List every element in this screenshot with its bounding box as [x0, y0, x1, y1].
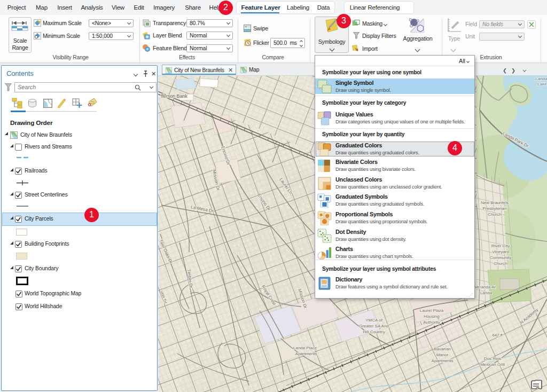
svg-text:New Braunfels: New Braunfels [481, 200, 509, 205]
svg-text:Dos Rios: Dos Rios [484, 356, 501, 361]
svg-text:Apartments: Apartments [432, 358, 454, 363]
svg-text:Laurel Plaza: Laurel Plaza [420, 308, 444, 313]
svg-text:River City: River City [491, 244, 510, 248]
svg-text:Authority: Authority [423, 320, 440, 325]
svg-text:YMCA of: YMCA of [365, 318, 382, 323]
svg-text:Community: Community [490, 255, 511, 260]
svg-text:642 ft: 642 ft [492, 333, 503, 338]
svg-text:fferson Bank: fferson Bank [161, 93, 187, 99]
svg-text:Church: Church [488, 212, 502, 217]
svg-text:Presbyterian: Presbyterian [483, 206, 507, 211]
svg-text:Apartments: Apartments [295, 351, 317, 356]
svg-text:Veranda At: Veranda At [474, 285, 496, 289]
svg-text:Landa: Landa [480, 291, 493, 295]
svg-text:Manor: Manor [436, 352, 449, 357]
svg-text:Landa: Landa [535, 76, 547, 81]
svg-text:Greater SA And: Greater SA And [359, 324, 389, 328]
svg-text:Hill Country: Hill Country [363, 330, 385, 334]
svg-text:Housing: Housing [424, 314, 439, 319]
svg-text:Bavarian: Bavarian [434, 347, 451, 351]
svg-text:Vineyard: Vineyard [492, 249, 509, 254]
svg-text:Mexican Grill: Mexican Grill [480, 362, 505, 367]
svg-text:Church: Church [494, 261, 507, 266]
svg-text:Landa Place: Landa Place [293, 346, 317, 350]
svg-text:Lake: Lake [537, 82, 547, 87]
